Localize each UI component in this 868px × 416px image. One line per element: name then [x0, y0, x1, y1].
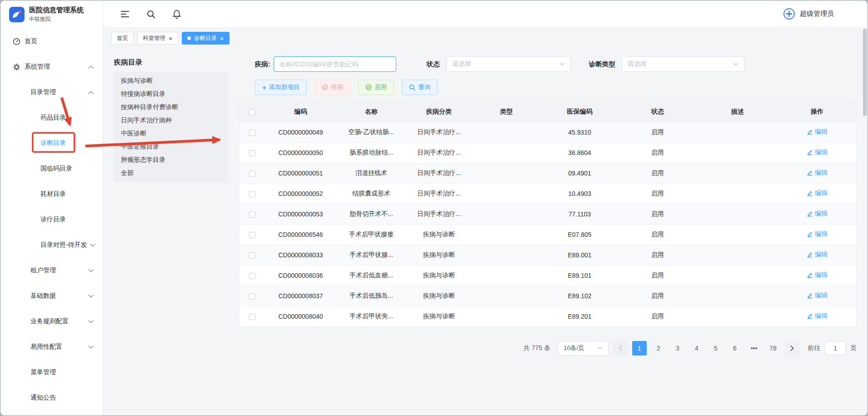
edit-button[interactable]: 编辑	[807, 271, 828, 279]
row-checkbox[interactable]	[249, 150, 255, 156]
sidebar-item-catalog-management[interactable]: 目录管理	[0, 80, 103, 105]
query-button[interactable]: 查询	[402, 80, 438, 95]
cell-category: 日间手术治疗...	[406, 204, 472, 224]
edit-button[interactable]: 编辑	[807, 189, 828, 197]
catalog-item[interactable]: 疾病与诊断	[114, 74, 228, 87]
sidebar-item-national-code-catalog[interactable]: 国临码目录	[0, 156, 103, 181]
close-icon[interactable]: ×	[220, 35, 224, 42]
edit-icon	[807, 129, 813, 135]
catalog-item[interactable]: 特慢病诊断目录	[114, 87, 228, 100]
edit-icon	[807, 211, 813, 217]
page-number-button[interactable]: 6	[728, 341, 742, 356]
table-row: CD0000000053 肋骨切开术不... 日间手术治疗... 77.1103…	[239, 204, 856, 224]
page-number-button[interactable]: 5	[708, 341, 723, 356]
edit-button[interactable]: 编辑	[807, 291, 828, 300]
tab-department-management[interactable]: 科室管理 ×	[137, 32, 178, 45]
cell-checkbox	[239, 142, 265, 163]
sidebar-item-home[interactable]: 首页	[0, 29, 103, 54]
sidebar-item-business-rules-config[interactable]: 业务规则配置	[0, 309, 103, 334]
goto-page-input[interactable]	[825, 341, 846, 355]
row-checkbox[interactable]	[249, 170, 255, 177]
row-checkbox[interactable]	[249, 252, 255, 259]
sidebar-item-tenant-management[interactable]: 租户管理	[0, 258, 103, 283]
sidebar-item-notice[interactable]: 通知公告	[0, 385, 103, 411]
page-number-button[interactable]: •••	[747, 341, 761, 356]
sidebar-item-consumables-catalog[interactable]: 耗材目录	[0, 181, 103, 207]
close-icon[interactable]: ×	[169, 35, 173, 42]
edit-button[interactable]: 编辑	[807, 148, 828, 156]
table-row: CD0000008040 手术后甲状旁... 疾病与诊断 E89.201 启用	[239, 306, 856, 326]
edit-button[interactable]: 编辑	[807, 312, 828, 320]
sidebar-item-system-management[interactable]: 系统管理	[0, 54, 103, 80]
catalog-item[interactable]: 日间手术治疗病种	[114, 114, 228, 127]
next-page-button[interactable]	[785, 341, 799, 356]
page-number-button[interactable]: 2	[651, 341, 666, 356]
page-size-select[interactable]: 10条/页	[558, 341, 609, 356]
select-placeholder: 请选择	[452, 60, 471, 68]
add-item-button[interactable]: + 添加新项目	[255, 80, 307, 95]
status-select[interactable]: 请选择	[446, 56, 571, 72]
cell-actions: 编辑	[778, 265, 856, 286]
page-number-button[interactable]: 1	[632, 341, 647, 356]
cell-insurance-code: 77.1103	[541, 204, 618, 224]
chevron-right-icon	[790, 346, 794, 351]
diagnosis-type-label: 诊断类型	[589, 60, 615, 69]
sidebar-item-treatment-catalog[interactable]: 诊疗目录	[0, 207, 103, 232]
row-checkbox[interactable]	[249, 314, 255, 320]
tab-label: 首页	[117, 35, 128, 42]
cell-checkbox	[239, 204, 265, 224]
disease-search-input[interactable]	[274, 56, 396, 72]
row-checkbox[interactable]	[249, 273, 255, 279]
total-count: 共 775 条	[524, 344, 550, 352]
app-title: 医院信息管理系统	[29, 6, 84, 15]
user-menu[interactable]: 超级管理员	[783, 8, 834, 20]
toolbar: + 添加新项目 停用 启用 查询	[239, 80, 857, 95]
catalog-item[interactable]: 中医诊断	[114, 127, 228, 140]
prev-page-button[interactable]	[613, 341, 628, 356]
bell-icon[interactable]	[172, 10, 181, 19]
select-all-checkbox[interactable]	[249, 109, 255, 115]
tab-diagnosis-catalog[interactable]: 诊断目录 ×	[182, 32, 229, 45]
cell-name: 手术后甲状腺...	[336, 245, 406, 265]
row-checkbox[interactable]	[249, 130, 255, 136]
button-label: 添加新项目	[269, 83, 300, 91]
sidebar-item-basic-data[interactable]: 基础数据	[0, 283, 103, 309]
row-checkbox[interactable]	[249, 232, 255, 238]
cell-checkbox	[239, 183, 265, 204]
page-number-button[interactable]: 78	[766, 341, 780, 356]
row-checkbox[interactable]	[249, 211, 255, 218]
cell-type	[472, 245, 541, 265]
sidebar-item-drug-catalog[interactable]: 药品目录	[0, 105, 103, 130]
scrollbar[interactable]	[863, 29, 867, 414]
page-number-button[interactable]: 4	[689, 341, 704, 356]
cell-insurance-code: 10.4903	[541, 183, 618, 204]
catalog-item[interactable]: 中医证候目录	[114, 140, 228, 153]
catalog-item[interactable]: 全部	[114, 166, 228, 180]
sidebar-item-usability-config[interactable]: 易用性配置	[0, 334, 103, 360]
edit-button[interactable]: 编辑	[807, 251, 828, 259]
sidebar-item-menu-management[interactable]: 菜单管理	[0, 360, 103, 385]
edit-button[interactable]: 编辑	[807, 210, 828, 218]
chevron-down-icon	[88, 346, 94, 349]
diagnosis-type-select[interactable]: 请选择	[622, 56, 744, 72]
chevron-down-icon	[88, 320, 94, 323]
disable-button[interactable]: 停用	[314, 80, 350, 95]
chevron-down-icon	[559, 63, 565, 66]
edit-button[interactable]: 编辑	[807, 230, 828, 238]
catalog-item[interactable]: 按病种目录付费诊断	[114, 100, 228, 114]
scrollbar-thumb[interactable]	[863, 29, 867, 116]
tab-home[interactable]: 首页	[111, 32, 134, 45]
enable-button[interactable]: 启用	[358, 80, 394, 95]
search-icon[interactable]	[146, 10, 155, 19]
edit-button[interactable]: 编辑	[807, 128, 828, 136]
catalog-item[interactable]: 肿瘤形态学目录	[114, 153, 228, 166]
sidebar-item-diagnosis-catalog[interactable]: 诊断目录	[0, 130, 103, 156]
page-number-button[interactable]: 3	[670, 341, 685, 356]
edit-button[interactable]: 编辑	[807, 169, 828, 177]
row-checkbox[interactable]	[249, 191, 255, 197]
sidebar-item-catalog-mapping[interactable]: 目录对照-待开发	[0, 232, 103, 258]
chevron-down-icon	[597, 346, 603, 350]
cell-code: CD0000008037	[265, 286, 336, 306]
menu-collapse-icon[interactable]	[120, 10, 130, 19]
row-checkbox[interactable]	[249, 293, 255, 300]
